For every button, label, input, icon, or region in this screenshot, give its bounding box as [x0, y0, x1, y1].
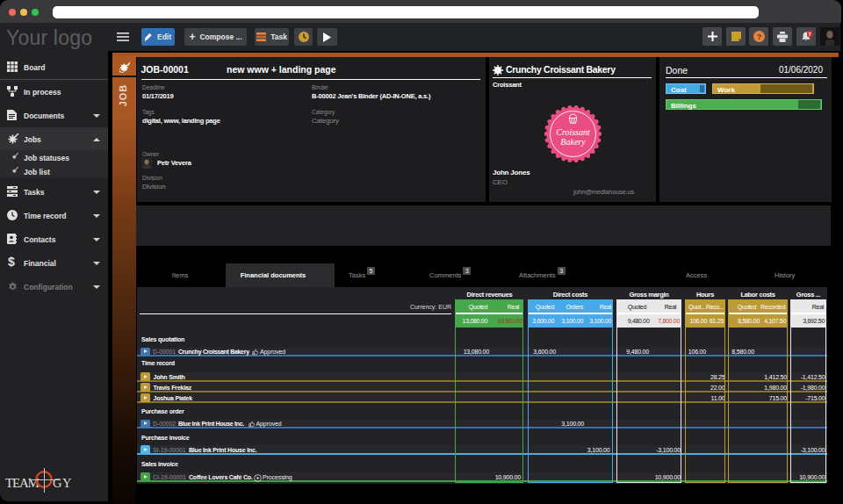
svg-text:GY: GY: [53, 476, 72, 490]
svg-text:?: ?: [756, 32, 761, 41]
svg-text:Croissant: Croissant: [556, 127, 590, 137]
svg-text:7: 7: [808, 31, 811, 36]
svg-text:TEAM: TEAM: [5, 476, 40, 490]
svg-text:Bakery: Bakery: [560, 137, 586, 147]
